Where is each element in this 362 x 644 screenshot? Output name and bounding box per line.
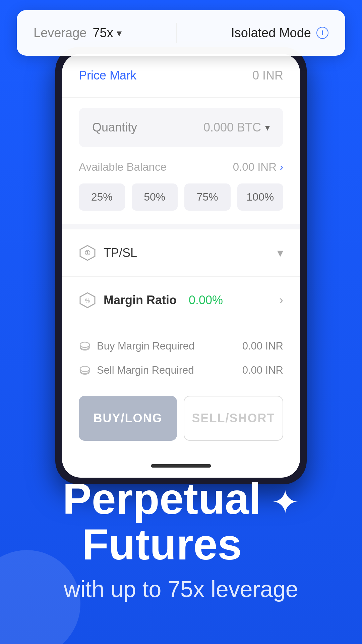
sell-short-button[interactable]: SELL/SHORT [184, 396, 283, 441]
sell-margin-icon [79, 364, 91, 376]
hero-section: Perpetual Futures ✦ with up to 75x lever… [0, 476, 362, 604]
sell-margin-row: Sell Margin Required 0.00 INR [79, 358, 283, 382]
margin-ratio-icon: % [79, 291, 96, 309]
isolated-mode-label: Isolated Mode [231, 26, 311, 40]
leverage-value[interactable]: 75x ▾ [93, 26, 121, 40]
hero-title-line2: Futures [63, 522, 261, 568]
margin-ratio-row[interactable]: % Margin Ratio 0.00% › [62, 277, 300, 324]
price-row: Price Mark 0 INR [62, 54, 300, 98]
sell-margin-label: Sell Margin Required [97, 364, 194, 376]
phone-screen: Price Mark 0 INR Quantity 0.000 BTC ▾ Av… [62, 54, 300, 478]
price-value: 0 INR [252, 68, 283, 83]
quantity-value: 0.000 BTC ▾ [203, 120, 270, 135]
leverage-section[interactable]: Leverage 75x ▾ [34, 26, 122, 40]
section-divider [62, 224, 300, 229]
balance-row: Available Balance 0.00 INR › [62, 157, 300, 180]
pct-75-button[interactable]: 75% [184, 183, 231, 211]
svg-point-5 [80, 366, 89, 372]
action-buttons-row: BUY/LONG SELL/SHORT [62, 392, 300, 458]
star-icon: ✦ [271, 483, 299, 522]
quantity-label: Quantity [92, 120, 137, 135]
buy-long-button[interactable]: BUY/LONG [79, 396, 177, 441]
tpsl-label: TP/SL [104, 246, 137, 260]
home-bar [151, 464, 211, 468]
screen-content: Price Mark 0 INR Quantity 0.000 BTC ▾ Av… [62, 54, 300, 478]
margin-ratio-label: Margin Ratio [104, 293, 177, 307]
margin-info: Buy Margin Required 0.00 INR Sell Margin… [62, 324, 300, 392]
svg-text:①: ① [84, 249, 90, 257]
pct-50-button[interactable]: 50% [132, 183, 178, 211]
svg-text:%: % [85, 298, 90, 304]
phone-body: Price Mark 0 INR Quantity 0.000 BTC ▾ Av… [55, 47, 307, 484]
sell-margin-value: 0.00 INR [242, 364, 283, 376]
isolated-mode-section[interactable]: Isolated Mode i [231, 26, 328, 40]
tpsl-icon: ① [79, 244, 96, 262]
margin-ratio-arrow-icon: › [279, 293, 283, 307]
margin-ratio-value: 0.00% [189, 293, 223, 307]
tpsl-row[interactable]: ① TP/SL ▾ [62, 229, 300, 277]
leverage-label: Leverage [34, 26, 86, 40]
available-balance-label: Available Balance [79, 161, 167, 173]
hero-title-line1: Perpetual [63, 476, 261, 522]
sell-margin-label-group: Sell Margin Required [79, 364, 194, 376]
hero-title-text: Perpetual Futures [63, 476, 261, 568]
quantity-chevron-icon: ▾ [265, 122, 270, 133]
leverage-chevron-icon: ▾ [117, 27, 122, 39]
price-label: Price Mark [79, 68, 136, 83]
quantity-row[interactable]: Quantity 0.000 BTC ▾ [79, 108, 283, 147]
phone-mockup: Price Mark 0 INR Quantity 0.000 BTC ▾ Av… [55, 47, 307, 484]
balance-arrow-icon: › [280, 161, 283, 173]
svg-point-4 [80, 342, 89, 347]
settings-pill: Leverage 75x ▾ Isolated Mode i [17, 10, 345, 56]
hero-subtitle: with up to 75x leverage [20, 574, 342, 604]
pill-divider [176, 23, 177, 43]
buy-margin-value: 0.00 INR [242, 340, 283, 352]
margin-ratio-left: % Margin Ratio 0.00% [79, 291, 223, 309]
percentage-buttons-row: 25% 50% 75% 100% [62, 180, 300, 224]
buy-margin-row: Buy Margin Required 0.00 INR [79, 334, 283, 358]
tpsl-chevron-icon: ▾ [277, 246, 283, 260]
buy-margin-label: Buy Margin Required [97, 340, 194, 352]
tpsl-left: ① TP/SL [79, 244, 137, 262]
hero-title-row: Perpetual Futures ✦ [20, 476, 342, 568]
pct-100-button[interactable]: 100% [237, 183, 284, 211]
buy-margin-icon [79, 340, 91, 352]
available-balance-value[interactable]: 0.00 INR › [233, 161, 283, 173]
info-icon[interactable]: i [316, 27, 328, 39]
price-mark-label[interactable]: Mark [110, 68, 136, 82]
buy-margin-label-group: Buy Margin Required [79, 340, 194, 352]
pct-25-button[interactable]: 25% [79, 183, 125, 211]
